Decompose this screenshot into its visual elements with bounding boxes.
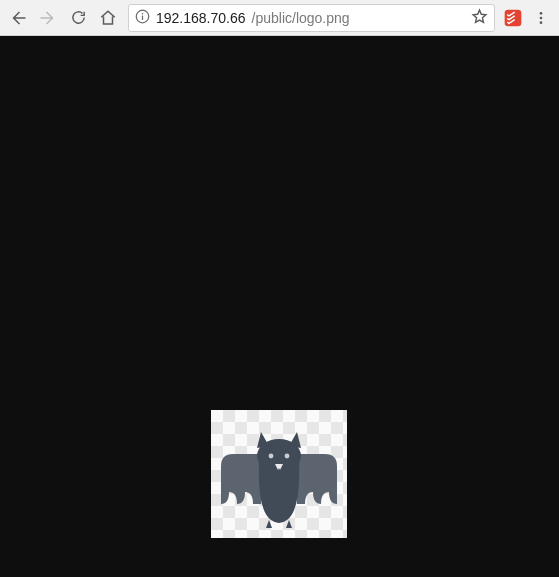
forward-button[interactable] <box>34 4 62 32</box>
star-icon <box>471 8 488 25</box>
url-path: /public/logo.png <box>252 10 350 26</box>
site-info-icon[interactable] <box>135 9 150 27</box>
image-viewport <box>0 36 559 577</box>
image-content[interactable] <box>211 410 347 538</box>
svg-point-8 <box>269 454 274 459</box>
reload-button[interactable] <box>64 4 92 32</box>
home-button[interactable] <box>94 4 122 32</box>
reload-icon <box>70 9 87 26</box>
address-bar[interactable]: 192.168.70.66/public/logo.png <box>128 4 495 32</box>
url-host: 192.168.70.66 <box>156 10 246 26</box>
arrow-right-icon <box>39 9 57 27</box>
bat-icon <box>211 410 347 538</box>
kebab-menu-icon <box>533 10 549 26</box>
svg-rect-2 <box>142 15 143 19</box>
arrow-left-icon <box>9 9 27 27</box>
home-icon <box>99 9 117 27</box>
back-button[interactable] <box>4 4 32 32</box>
svg-point-6 <box>540 21 543 24</box>
browser-toolbar: 192.168.70.66/public/logo.png <box>0 0 559 36</box>
svg-point-1 <box>142 12 144 14</box>
svg-point-4 <box>540 12 543 15</box>
bookmark-button[interactable] <box>471 8 488 28</box>
svg-point-5 <box>540 16 543 19</box>
menu-button[interactable] <box>527 4 555 32</box>
todoist-icon <box>503 8 523 28</box>
svg-rect-3 <box>505 9 522 26</box>
todoist-extension-button[interactable] <box>501 6 525 30</box>
svg-point-9 <box>285 454 290 459</box>
